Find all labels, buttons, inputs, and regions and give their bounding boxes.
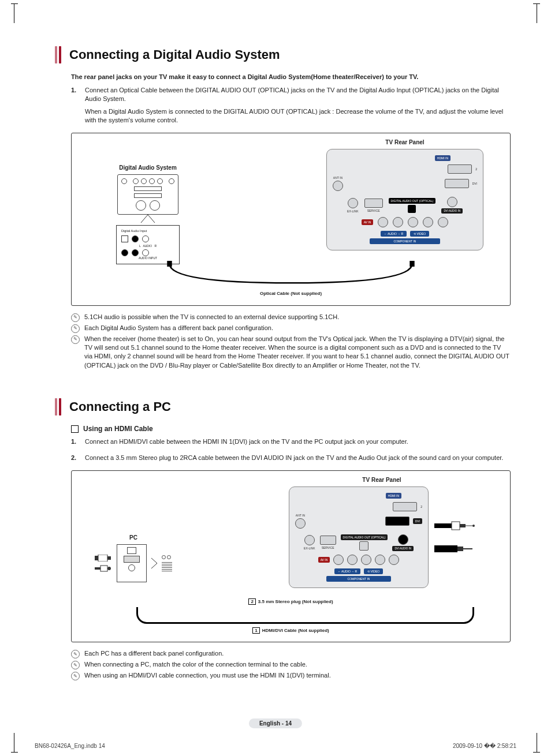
av-in-label: AV IN [318,557,330,563]
note-icon: ✎ [71,650,80,658]
pointer-arrow-icon [150,557,158,570]
dvi-audio-in-label: DVI AUDIO IN [392,546,414,551]
optical-cable-label: Optical Cable (Not supplied) [79,291,503,296]
svg-rect-3 [98,555,107,562]
audio-system-back-illustration: Digital Audio Input L AUDIO R [116,225,180,264]
service-label: SERVICE [367,209,380,212]
note-item: ✎Each PC has a different back panel conf… [71,649,511,658]
section-accent-bars [55,398,61,416]
note-icon: ✎ [71,324,80,333]
dvi-label: DVI [413,518,422,524]
svg-rect-9 [452,522,460,530]
step-number: 1. [71,86,79,129]
step-number: 1. [71,437,79,450]
av-in-label: AV IN [362,219,374,225]
footer-timestamp: 2009-09-10 �� 2:58:21 [453,743,516,749]
digital-audio-system-label: Digital Audio System [119,164,177,171]
svg-rect-10 [460,524,466,527]
audio-system-illustration [117,174,178,215]
page-number-pill: English - 14 [249,718,302,728]
section-accent-bars [55,46,61,63]
tv-rear-panel-label: TV Rear Panel [385,139,424,145]
svg-rect-6 [100,566,107,571]
digital-audio-out-label: DIGITAL AUDIO OUT (OPTICAL) [341,534,388,540]
video-label: ⟲ VIDEO [367,570,379,573]
cable-connector-icon [95,565,111,572]
svg-rect-1 [409,261,414,267]
crop-mark [14,733,28,753]
footer-filename: BN68-02426A_Eng.indb 14 [35,743,105,749]
crop-mark [523,3,537,23]
dvi-label: DVI [472,182,477,185]
note-item: ✎When the receiver (home theater) is set… [71,335,511,370]
step-text: Connect a 3.5 mm Stereo plug to 2RCA cab… [85,454,511,462]
audio-lr-label: ← AUDIO → R [384,232,403,235]
checkbox-icon [71,425,79,433]
section2-step: 1. Connect an HDMI/DVI cable between the… [71,437,511,450]
pc-side-illustration [162,555,172,571]
pc-label: PC [129,534,137,541]
diagram-digital-audio: Digital Audio System Digital Audio Input [71,133,511,305]
section1-title: Connecting a Digital Audio System [69,46,280,63]
svg-rect-13 [457,547,463,551]
ex-link-label: EX-LINK [304,547,315,550]
note-item: ✎When connecting a PC, match the color o… [71,660,511,669]
note-item: ✎5.1CH audio is possible when the TV is … [71,313,511,322]
section1-intro: The rear panel jacks on your TV make it … [71,73,511,81]
stereo-plug-cable-label: 23.5 mm Stereo plug (Not supplied) [79,598,503,605]
svg-rect-0 [167,261,172,267]
hdmi-dvi-cable-label: 1HDMI/DVI Cable (Not supplied) [79,627,503,634]
tv-rear-panel-illustration: HDMI IN 2 ANT IN DVI EX-LINK [289,486,429,588]
tv-rear-panel-label: TV Rear Panel [362,477,401,483]
component-in-label: COMPONENT IN [370,238,440,244]
note-item: ✎When using an HDMI/DVI cable connection… [71,671,511,680]
step-text: Connect an HDMI/DVI cable between the HD… [85,437,511,446]
svg-rect-4 [107,556,111,560]
video-label: ⟲ VIDEO [414,232,426,235]
step-text: When a Digital Audio System is connected… [85,107,511,125]
svg-rect-8 [434,523,452,528]
cable-connectors-illustration [434,521,475,553]
service-label: SERVICE [322,546,334,549]
svg-rect-2 [95,556,98,560]
audio-lr-label: ← AUDIO → R [338,570,357,573]
svg-point-7 [107,567,111,570]
step-number: 2. [71,454,79,466]
pointer-line-icon [136,215,159,225]
note-icon: ✎ [71,661,80,669]
crop-mark [14,3,28,23]
hdmi-cable-illustration [136,607,474,624]
note-icon: ✎ [71,672,80,680]
pc-illustration [95,544,172,582]
dvi-audio-in-label: DVI AUDIO IN [441,208,463,214]
component-in-label: COMPONENT IN [326,576,391,582]
note-icon: ✎ [71,313,80,322]
svg-point-11 [472,525,475,527]
ex-link-label: EX-LINK [347,209,358,213]
cable-connector-icon [95,555,111,562]
section1-step: 1. Connect an Optical Cable between the … [71,86,511,129]
tv-rear-panel-illustration: HDMI IN 2 ANT IN DVI EX-LINK SERVICE [326,149,483,250]
step-text: Connect an Optical Cable between the DIG… [85,86,511,104]
digital-audio-out-label: DIGITAL AUDIO OUT (OPTICAL) [389,198,436,204]
ant-in-label: ANT IN [333,176,342,179]
ant-in-label: ANT IN [296,514,305,517]
svg-rect-5 [95,567,100,570]
section2-title: Connecting a PC [69,398,171,416]
hdmi-in-label: HDMI IN [435,155,451,161]
hdmi-in-label: HDMI IN [386,493,401,499]
section2-step: 2. Connect a 3.5 mm Stereo plug to 2RCA … [71,454,511,466]
optical-cable-illustration [79,261,503,290]
diagram-pc: PC [71,470,511,642]
svg-rect-12 [434,545,457,552]
note-icon: ✎ [71,335,80,344]
section2-subheading: Using an HDMI Cable [83,425,153,433]
note-item: ✎Each Digital Audio System has a differe… [71,324,511,333]
crop-mark [523,733,537,753]
